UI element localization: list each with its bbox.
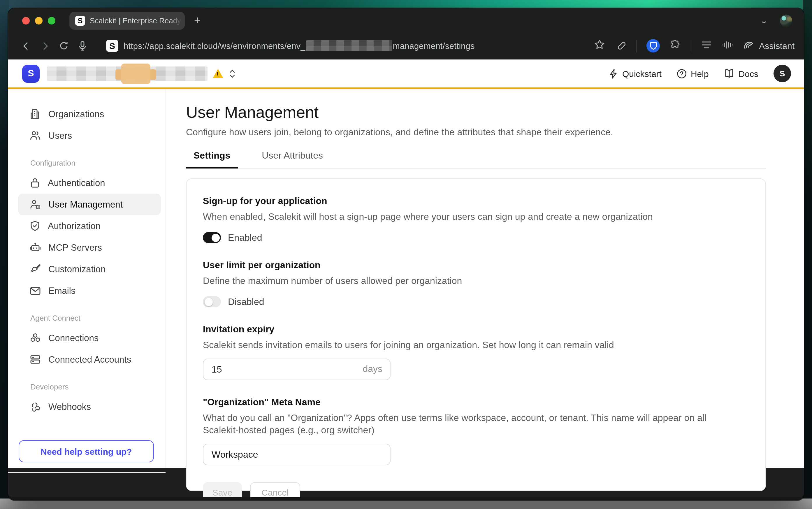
sidebar-item-mcp-servers[interactable]: MCP Servers	[18, 237, 161, 258]
sidebar-item-emails[interactable]: Emails	[18, 280, 161, 301]
tab-title-fade	[170, 11, 185, 29]
sidebar-item-label: Authentication	[48, 177, 105, 188]
workspace-switcher-chevrons[interactable]	[229, 69, 236, 78]
cancel-button[interactable]: Cancel	[250, 482, 300, 500]
forward-button[interactable]	[36, 41, 54, 50]
new-tab-button[interactable]: +	[194, 14, 201, 27]
minimize-window-button[interactable]	[35, 16, 42, 24]
sidebar-item-authorization[interactable]: Authorization	[18, 215, 161, 237]
lightning-icon	[609, 69, 618, 78]
server-stack-icon	[30, 354, 41, 364]
quickstart-button[interactable]: Quickstart	[609, 69, 662, 78]
environment-warning-icon	[213, 69, 223, 78]
sidebar-item-label: Users	[48, 130, 72, 141]
paintbrush-icon	[30, 264, 41, 275]
tab-settings[interactable]: Settings	[186, 150, 238, 169]
help-button[interactable]: Help	[677, 69, 709, 78]
sidebar-item-label: Connections	[48, 333, 99, 343]
zoom-window-button[interactable]	[48, 16, 56, 24]
sidebar-item-authentication[interactable]: Authentication	[18, 172, 161, 194]
toolbar-divider	[636, 39, 637, 52]
tab-search-chevron-icon[interactable]: ⌄	[760, 16, 769, 25]
user-gear-icon	[30, 199, 41, 210]
microphone-icon[interactable]	[73, 41, 91, 51]
sidebar-item-user-management[interactable]: User Management	[18, 194, 161, 215]
tab-user-attributes[interactable]: User Attributes	[254, 150, 330, 169]
sidebar-item-connected-accounts[interactable]: Connected Accounts	[18, 349, 161, 370]
redaction-artifact	[121, 63, 150, 84]
wallpaper-right	[803, 0, 812, 499]
section-heading: Invitation expiry	[203, 324, 749, 335]
user-avatar[interactable]: S	[774, 65, 791, 82]
section-user-limit: User limit per organization Define the m…	[203, 260, 749, 307]
building-icon	[30, 108, 41, 120]
back-button[interactable]	[17, 41, 35, 50]
sidebar-section-configuration: Configuration	[30, 159, 161, 167]
toolbar-divider	[691, 39, 691, 52]
user-limit-toggle[interactable]	[203, 296, 221, 307]
sidebar-section-developers: Developers	[30, 382, 161, 391]
reload-button[interactable]	[55, 41, 72, 51]
docs-button[interactable]: Docs	[724, 69, 758, 78]
extensions-puzzle-icon[interactable]	[670, 39, 681, 53]
section-heading: Sign-up for your application	[203, 196, 749, 206]
sidebar-item-users[interactable]: Users	[18, 125, 161, 146]
section-description: Scalekit sends invitation emails to user…	[203, 339, 739, 351]
shield-check-icon	[30, 220, 40, 232]
sidebar-item-webhooks[interactable]: Webhooks	[18, 396, 161, 417]
browser-urlbar: S https://app.scalekit.cloud/ws/environm…	[8, 33, 804, 60]
sidebar-section-agent-connect: Agent Connect	[30, 314, 161, 323]
sidebar-item-label: Emails	[48, 285, 75, 296]
assistant-swirl-icon	[743, 40, 754, 51]
sidebar-item-customization[interactable]: Customization	[18, 258, 161, 280]
sidebar-item-label: Webhooks	[48, 401, 91, 412]
section-heading: User limit per organization	[203, 260, 749, 271]
section-heading: "Organization" Meta Name	[203, 397, 749, 408]
signup-toggle[interactable]	[203, 232, 221, 243]
bookmark-star-icon[interactable]	[594, 39, 605, 53]
url-suffix: management/settings	[393, 41, 475, 50]
need-help-button[interactable]: Need help setting up?	[19, 440, 154, 462]
assistant-button[interactable]: Assistant	[743, 40, 795, 51]
browser-profile-avatar[interactable]	[780, 14, 792, 27]
scalekit-logo: S	[22, 64, 40, 82]
robot-icon	[30, 242, 41, 253]
page-subtitle: Configure how users join, belong to orga…	[186, 127, 804, 138]
save-button[interactable]: Save	[203, 482, 242, 500]
org-meta-name-input[interactable]	[203, 444, 391, 465]
assistant-label: Assistant	[759, 41, 795, 51]
reading-list-icon[interactable]	[701, 40, 712, 51]
toggle-state-label: Enabled	[228, 232, 262, 243]
main-content: User Management Configure how users join…	[166, 89, 804, 468]
close-window-button[interactable]	[22, 16, 30, 24]
sidebar-item-connections[interactable]: Connections	[18, 327, 161, 349]
sidebar-item-label: Customization	[48, 264, 106, 274]
section-signup: Sign-up for your application When enable…	[203, 196, 749, 243]
bitwarden-extension-icon[interactable]	[646, 39, 660, 53]
browser-tab[interactable]: S Scalekit | Enterprise Ready A	[69, 11, 185, 29]
envelope-icon	[30, 286, 41, 295]
sidebar-item-label: Organizations	[48, 109, 104, 119]
lock-icon	[30, 177, 40, 188]
webhook-icon	[30, 401, 41, 412]
users-icon	[30, 130, 41, 141]
browser-window: S Scalekit | Enterprise Ready A + ⌄	[8, 8, 804, 500]
invitation-expiry-input[interactable]	[203, 359, 391, 380]
workspace-name-redacted[interactable]	[47, 66, 208, 81]
voice-waveform-icon[interactable]	[722, 40, 733, 52]
sidebar-item-label: User Management	[48, 199, 123, 210]
sidebar-item-label: Connected Accounts	[48, 354, 131, 365]
copy-link-icon[interactable]	[615, 39, 626, 53]
sidebar: Organizations Users Configuration Authen…	[8, 89, 166, 468]
url-favicon: S	[106, 40, 118, 52]
book-open-icon	[724, 69, 735, 78]
app-header: S Quickstart Help	[8, 60, 804, 88]
desktop: S Scalekit | Enterprise Ready A + ⌄	[0, 0, 812, 509]
days-suffix: days	[362, 364, 382, 374]
toggle-state-label: Disabled	[228, 297, 264, 307]
settings-card: Sign-up for your application When enable…	[186, 178, 766, 491]
sidebar-item-organizations[interactable]: Organizations	[18, 103, 161, 125]
docs-label: Docs	[739, 69, 758, 78]
cubes-icon	[30, 332, 41, 343]
url-text[interactable]: https://app.scalekit.cloud/ws/environmen…	[123, 40, 475, 51]
